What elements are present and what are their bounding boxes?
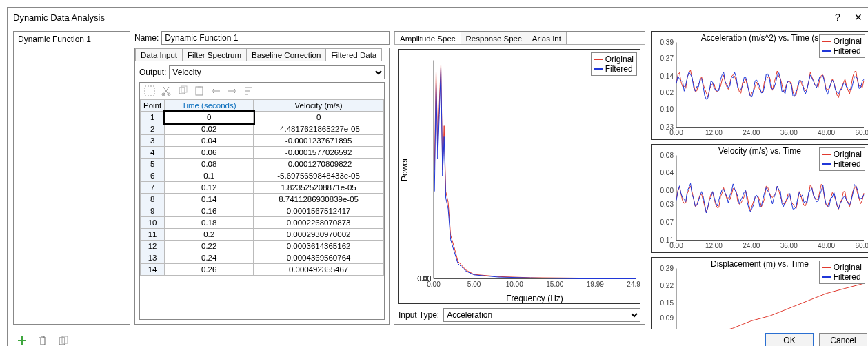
svg-text:0.14: 0.14 <box>660 72 674 80</box>
legend: Original Filtered <box>591 52 637 76</box>
output-label: Output: <box>139 68 166 77</box>
accel-chart: Acceleration (m/s^2) vs. Time (s-0.23-0.… <box>651 31 868 140</box>
delete-button[interactable] <box>35 333 50 346</box>
data-table[interactable]: PointTime (seconds)Velocity (m/s)10020.0… <box>140 99 384 276</box>
svg-text:60.00: 60.00 <box>855 129 868 136</box>
insert-row-icon[interactable] <box>210 85 221 96</box>
cancel-button[interactable]: Cancel <box>819 333 867 346</box>
spec-page: 0.000.000.000.000.000.000.000.000.005.00… <box>394 44 645 326</box>
legend: Original Filtered <box>819 34 865 58</box>
table-row[interactable]: 80.148.7411286930839e-05 <box>141 194 384 205</box>
svg-text:Power: Power <box>400 158 410 181</box>
tab-page-filtered-data: Output: Velocity <box>135 61 389 324</box>
table-row[interactable]: 100.180.0002268070873 <box>141 217 384 229</box>
table-row[interactable]: 70.121.823525208871e-05 <box>141 182 384 194</box>
svg-text:0.39: 0.39 <box>660 39 674 46</box>
help-button[interactable]: ? <box>827 12 848 23</box>
close-button[interactable]: ✕ <box>848 12 868 23</box>
svg-text:48.00: 48.00 <box>818 129 835 136</box>
table-row[interactable]: 40.06-0.0001577026592 <box>141 147 384 159</box>
svg-text:0.04: 0.04 <box>660 169 674 176</box>
grid-toolbar <box>140 83 384 99</box>
list-item[interactable]: Dynamic Function 1 <box>15 33 128 45</box>
svg-text:-0.03: -0.03 <box>658 201 674 208</box>
add-button[interactable] <box>14 333 30 346</box>
table-row[interactable]: 90.160.0001567512417 <box>141 205 384 217</box>
svg-text:12.00: 12.00 <box>705 242 723 250</box>
svg-rect-0 <box>145 86 154 96</box>
tab-filter-spectrum[interactable]: Filter Spectrum <box>182 48 247 61</box>
svg-text:24.00: 24.00 <box>743 242 760 250</box>
delete-row-icon[interactable] <box>227 85 238 96</box>
svg-text:5.00: 5.00 <box>467 281 481 288</box>
tab-data-input[interactable]: Data Input <box>135 48 183 61</box>
paste-icon[interactable] <box>194 85 205 96</box>
svg-text:Velocity (m/s) vs. Time: Velocity (m/s) vs. Time <box>718 146 801 156</box>
svg-text:0.27: 0.27 <box>660 54 674 62</box>
spectrum-panel: Amplitude SpecResponse SpecArias Int 0.0… <box>394 31 645 325</box>
table-row[interactable]: 20.02-4.4817621865227e-05 <box>141 123 384 135</box>
table-row[interactable]: 120.220.0003614365162 <box>141 241 384 252</box>
footer: OK Cancel <box>8 329 868 346</box>
svg-text:Displacement (m) vs. Time: Displacement (m) vs. Time <box>711 259 809 269</box>
svg-text:0.00: 0.00 <box>669 129 683 136</box>
dialog-title: Dynamic Data Analysis <box>13 12 105 23</box>
svg-text:12.00: 12.00 <box>705 129 723 136</box>
spec-tab-response-spec[interactable]: Response Spec <box>461 32 527 45</box>
table-row[interactable]: 30.04-0.0001237671895 <box>141 135 384 147</box>
table-row[interactable]: 140.260.000492355467 <box>141 264 384 276</box>
svg-text:10.00: 10.00 <box>506 281 523 288</box>
input-type-select[interactable]: Acceleration <box>443 308 640 322</box>
svg-text:Frequency (Hz): Frequency (Hz) <box>506 294 563 303</box>
spec-tab-arias-int[interactable]: Arias Int <box>527 32 567 45</box>
tab-baseline-correction[interactable]: Baseline Correction <box>246 48 326 61</box>
data-grid: PointTime (seconds)Velocity (m/s)10020.0… <box>139 82 385 320</box>
svg-text:24.99: 24.99 <box>627 281 640 288</box>
svg-text:24.00: 24.00 <box>743 129 760 136</box>
amplitude-chart: 0.000.000.000.000.000.000.000.000.005.00… <box>398 49 640 304</box>
spec-tab-amplitude-spec[interactable]: Amplitude Spec <box>394 32 461 45</box>
table-row[interactable]: 60.1-5.6975659848433e-05 <box>141 170 384 182</box>
table-row[interactable]: 110.20.0002930970002 <box>141 229 384 241</box>
copy-icon[interactable] <box>177 85 188 96</box>
main-tabs: Data InputFilter SpectrumBaseline Correc… <box>134 48 390 325</box>
svg-text:-0.07: -0.07 <box>658 218 674 226</box>
svg-text:36.00: 36.00 <box>780 242 798 250</box>
tab-filtered-data[interactable]: Filtered Data <box>325 48 382 61</box>
main-tabstrip: Data InputFilter SpectrumBaseline Correc… <box>135 48 389 61</box>
svg-text:36.00: 36.00 <box>780 129 798 136</box>
svg-text:0.08: 0.08 <box>660 152 674 159</box>
copy-button[interactable] <box>56 333 71 346</box>
function-list[interactable]: Dynamic Function 1 <box>13 31 130 325</box>
svg-text:Acceleration (m/s^2) vs. Time : Acceleration (m/s^2) vs. Time (s <box>701 33 818 43</box>
svg-text:0.15: 0.15 <box>660 299 674 307</box>
svg-text:15.00: 15.00 <box>546 281 563 288</box>
ok-button[interactable]: OK <box>765 333 814 346</box>
svg-point-2 <box>168 93 170 96</box>
sort-icon[interactable] <box>243 85 254 96</box>
vel-chart: Velocity (m/s) vs. Time-0.11-0.07-0.030.… <box>651 144 868 253</box>
svg-text:60.00: 60.00 <box>855 242 868 250</box>
svg-text:0.00: 0.00 <box>427 281 441 288</box>
table-row[interactable]: 50.08-0.0001270809822 <box>141 159 384 170</box>
select-icon[interactable] <box>144 85 155 96</box>
titlebar: Dynamic Data Analysis ? ✕ <box>8 8 868 27</box>
name-field[interactable] <box>161 31 390 45</box>
form-panel: Name: Data InputFilter SpectrumBaseline … <box>134 31 390 325</box>
legend: Original Filtered <box>819 261 865 284</box>
svg-text:19.99: 19.99 <box>587 281 604 288</box>
svg-text:-0.10: -0.10 <box>658 105 674 113</box>
cut-icon[interactable] <box>161 85 172 96</box>
dialog: Dynamic Data Analysis ? ✕ Dynamic Functi… <box>7 7 868 346</box>
table-row[interactable]: 100 <box>141 112 384 123</box>
svg-text:0.09: 0.09 <box>660 314 674 322</box>
output-select[interactable]: Velocity <box>169 65 385 79</box>
disp-chart: Displacement (m) vs. Time-0.050.020.090.… <box>651 257 868 329</box>
svg-rect-4 <box>181 86 187 92</box>
svg-text:0.00: 0.00 <box>660 187 674 194</box>
svg-rect-3 <box>179 88 185 94</box>
svg-rect-6 <box>198 86 201 88</box>
legend: Original Filtered <box>819 147 865 171</box>
svg-text:0.22: 0.22 <box>660 282 674 289</box>
table-row[interactable]: 130.240.0004369560764 <box>141 252 384 264</box>
